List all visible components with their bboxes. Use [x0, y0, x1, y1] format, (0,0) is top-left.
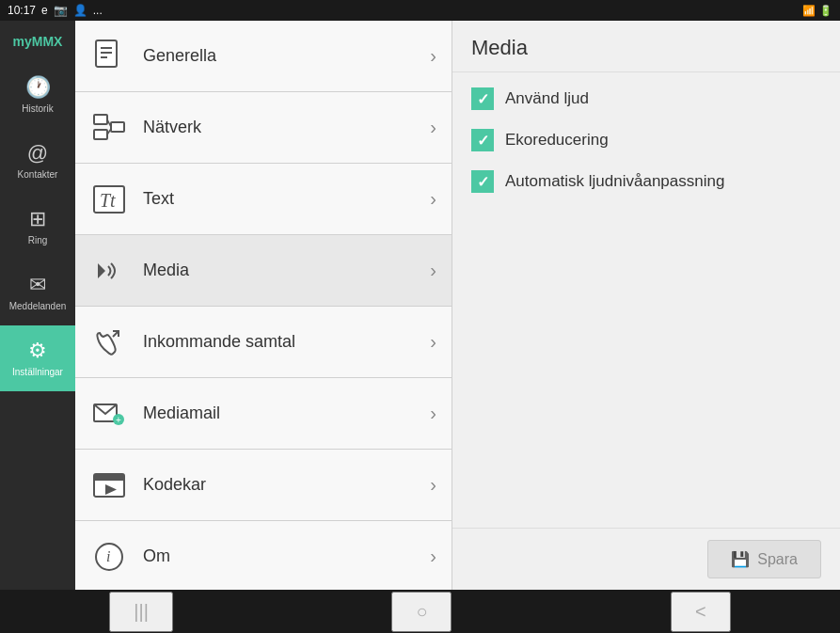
- settings-item-generella[interactable]: Generella ›: [75, 21, 452, 92]
- content-area: Generella › Nätverk ›: [75, 21, 840, 590]
- status-icon-user: 👤: [73, 4, 87, 17]
- status-bar-right: 📶 🔋: [802, 5, 832, 17]
- kodekar-icon: [90, 467, 128, 504]
- chevron-text: ›: [430, 188, 436, 210]
- inkommande-icon: [90, 324, 128, 361]
- status-time: 10:17: [8, 4, 36, 17]
- label-ekoreducering: Ekoreducering: [505, 131, 609, 150]
- svg-text:Tt: Tt: [100, 190, 116, 211]
- chevron-generella: ›: [430, 45, 436, 67]
- status-bar-left: 10:17 e 📷 👤 ...: [8, 4, 103, 17]
- settings-item-natverk[interactable]: Nätverk ›: [75, 92, 452, 164]
- checkbox-row-automatisk: ✓ Automatisk ljudnivåanpassning: [471, 170, 821, 193]
- status-bar: 10:17 e 📷 👤 ... 📶 🔋: [0, 0, 840, 21]
- status-icon-camera: 📷: [54, 4, 68, 17]
- sidebar-item-installningar[interactable]: ⚙ Inställningar: [0, 325, 75, 391]
- checkbox-anvand-ljud[interactable]: ✓: [471, 87, 494, 110]
- detail-title: Media: [452, 21, 840, 72]
- nav-home-button[interactable]: ○: [391, 592, 452, 632]
- svg-rect-6: [111, 122, 124, 132]
- checkbox-row-anvand-ljud: ✓ Använd ljud: [471, 87, 821, 110]
- settings-list: Generella › Nätverk ›: [75, 21, 452, 590]
- kontakter-icon: @: [27, 141, 48, 166]
- battery-icon: 🔋: [819, 5, 832, 17]
- checkmark-anvand-ljud: ✓: [477, 90, 489, 108]
- settings-label-inkommande: Inkommande samtal: [143, 332, 430, 352]
- svg-rect-4: [94, 115, 107, 124]
- mediamail-icon: +: [90, 395, 128, 433]
- settings-item-text[interactable]: Tt Text ›: [75, 164, 452, 235]
- sidebar: myMMX 🕐 Historik @ Kontakter ⊞ Ring ✉ Me…: [0, 21, 75, 590]
- settings-label-natverk: Nätverk: [143, 118, 430, 137]
- svg-text:+: +: [116, 415, 121, 425]
- chevron-kodekar: ›: [430, 474, 436, 496]
- settings-item-inkommande[interactable]: Inkommande samtal ›: [75, 307, 452, 378]
- settings-label-generella: Generella: [143, 46, 430, 66]
- save-icon: 💾: [731, 550, 750, 568]
- logo-text: myMMX: [13, 34, 63, 49]
- settings-item-mediamail[interactable]: + Mediamail ›: [75, 378, 452, 450]
- natverk-icon: [90, 109, 128, 147]
- chevron-natverk: ›: [430, 117, 436, 138]
- settings-label-text: Text: [143, 189, 430, 209]
- checkbox-row-ekoreducering: ✓ Ekoreducering: [471, 129, 821, 151]
- sidebar-label-meddelanden: Meddelanden: [9, 301, 67, 312]
- wifi-icon: 📶: [802, 5, 816, 17]
- settings-item-kodekar[interactable]: Kodekar ›: [75, 450, 452, 521]
- settings-label-media: Media: [143, 261, 430, 280]
- save-button[interactable]: 💾 Spara: [707, 540, 821, 578]
- settings-item-media[interactable]: Media ›: [75, 235, 452, 307]
- installningar-icon: ⚙: [28, 339, 47, 363]
- meddelanden-icon: ✉: [29, 273, 46, 297]
- status-icon-dots: ...: [93, 4, 103, 17]
- svg-marker-11: [98, 263, 105, 278]
- sidebar-item-ring[interactable]: ⊞ Ring: [0, 194, 75, 260]
- nav-back-button[interactable]: <: [671, 592, 731, 632]
- checkmark-automatisk: ✓: [477, 173, 489, 191]
- checkmark-ekoreducering: ✓: [477, 132, 489, 150]
- bottom-nav: ||| ○ <: [0, 590, 840, 633]
- settings-label-mediamail: Mediamail: [143, 404, 430, 423]
- detail-content: ✓ Använd ljud ✓ Ekoreducering ✓ Automati…: [452, 72, 840, 528]
- text-icon: Tt: [90, 181, 128, 218]
- sidebar-item-kontakter[interactable]: @ Kontakter: [0, 128, 75, 194]
- checkbox-ekoreducering[interactable]: ✓: [471, 129, 494, 151]
- settings-label-kodekar: Kodekar: [143, 475, 430, 495]
- chevron-om: ›: [430, 546, 436, 567]
- historik-icon: 🕐: [25, 75, 51, 100]
- svg-rect-5: [94, 130, 107, 139]
- generella-icon: [90, 38, 128, 75]
- sidebar-label-kontakter: Kontakter: [18, 169, 58, 181]
- app-logo: myMMX: [9, 24, 66, 58]
- status-icon-e: e: [41, 4, 48, 17]
- settings-item-om[interactable]: i Om ›: [75, 521, 452, 590]
- sidebar-label-installningar: Inställningar: [12, 367, 63, 378]
- chevron-media: ›: [430, 260, 436, 281]
- chevron-inkommande: ›: [430, 331, 436, 353]
- ring-icon: ⊞: [29, 207, 46, 231]
- sidebar-label-historik: Historik: [22, 103, 53, 115]
- media-icon: [90, 252, 128, 290]
- main-layout: myMMX 🕐 Historik @ Kontakter ⊞ Ring ✉ Me…: [0, 21, 840, 590]
- settings-label-om: Om: [143, 546, 430, 566]
- chevron-mediamail: ›: [430, 403, 436, 424]
- nav-menu-button[interactable]: |||: [109, 592, 173, 632]
- label-anvand-ljud: Använd ljud: [505, 89, 589, 108]
- detail-footer: 💾 Spara: [452, 528, 840, 590]
- svg-rect-17: [94, 474, 124, 481]
- label-automatisk: Automatisk ljudnivåanpassning: [505, 172, 724, 191]
- sidebar-item-meddelanden[interactable]: ✉ Meddelanden: [0, 260, 75, 325]
- sidebar-label-ring: Ring: [28, 235, 48, 246]
- svg-text:i: i: [106, 548, 110, 564]
- detail-panel: Media ✓ Använd ljud ✓ Ekoreducering: [452, 21, 840, 590]
- checkbox-automatisk[interactable]: ✓: [471, 170, 494, 193]
- om-icon: i: [90, 538, 128, 576]
- save-label: Spara: [757, 551, 798, 568]
- sidebar-item-historik[interactable]: 🕐 Historik: [0, 62, 75, 128]
